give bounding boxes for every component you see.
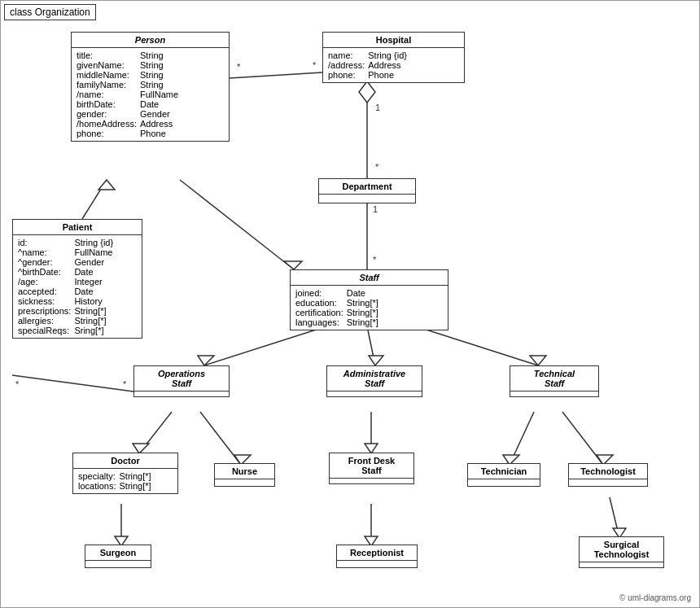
surgical-technologist-class: SurgicalTechnologist (579, 536, 664, 568)
surgeon-body (85, 561, 151, 567)
doctor-header: Doctor (73, 453, 177, 469)
svg-text:*: * (373, 255, 377, 265)
hospital-body: name:String {id} /address:Address phone:… (323, 48, 464, 82)
doctor-class: Doctor specialty:String[*] locations:Str… (72, 453, 178, 494)
front-desk-staff-class: Front DeskStaff (329, 453, 414, 484)
technical-staff-class: TechnicalStaff (510, 365, 599, 397)
svg-text:*: * (313, 60, 317, 70)
technologist-header: Technologist (569, 464, 647, 479)
nurse-body (215, 479, 274, 486)
staff-body: joined:Date education:String[*] certific… (291, 286, 448, 330)
svg-marker-19 (530, 356, 546, 365)
receptionist-header: Receptionist (337, 545, 417, 561)
diagram-title: class Organization (4, 4, 96, 20)
operations-staff-class: OperationsStaff (133, 365, 230, 397)
svg-line-12 (180, 180, 294, 269)
svg-text:*: * (123, 379, 127, 389)
svg-line-20 (139, 412, 172, 453)
svg-line-28 (562, 412, 603, 465)
hospital-class: Hospital name:String {id} /address:Addre… (322, 32, 465, 83)
department-class: Department (318, 178, 416, 203)
surgical-technologist-body (580, 562, 663, 567)
diagram-container: class Organization * * 1 * 1 * (0, 0, 700, 608)
technician-class: Technician (467, 463, 540, 487)
svg-text:*: * (237, 62, 241, 72)
svg-text:1: 1 (375, 103, 380, 112)
svg-marker-4 (359, 81, 375, 103)
nurse-header: Nurse (215, 464, 274, 479)
patient-body: id:String {id} ^name:FullName ^gender:Ge… (13, 235, 142, 338)
svg-line-26 (510, 412, 534, 465)
staff-header: Staff (291, 270, 448, 286)
svg-line-16 (367, 326, 375, 365)
doctor-body: specialty:String[*] locations:String[*] (73, 469, 177, 493)
svg-marker-11 (98, 180, 115, 190)
nurse-class: Nurse (214, 463, 275, 487)
svg-line-0 (230, 72, 322, 78)
svg-line-10 (82, 180, 107, 219)
operations-staff-body (134, 391, 229, 396)
svg-text:*: * (375, 162, 379, 172)
svg-line-34 (610, 497, 619, 538)
technician-header: Technician (468, 464, 540, 479)
svg-marker-17 (369, 356, 383, 365)
svg-marker-13 (284, 261, 302, 269)
copyright: © uml-diagrams.org (619, 593, 691, 602)
surgeon-header: Surgeon (85, 545, 151, 561)
svg-line-18 (416, 326, 538, 365)
receptionist-class: Receptionist (336, 545, 418, 568)
technical-staff-header: TechnicalStaff (510, 366, 598, 391)
department-body (319, 195, 415, 203)
svg-text:*: * (15, 379, 20, 389)
person-header: Person (72, 33, 229, 48)
surgical-technologist-header: SurgicalTechnologist (580, 537, 663, 562)
administrative-staff-body (327, 391, 422, 396)
patient-class: Patient id:String {id} ^name:FullName ^g… (12, 219, 142, 339)
surgeon-class: Surgeon (85, 545, 151, 568)
svg-line-36 (12, 375, 133, 391)
patient-header: Patient (13, 220, 142, 235)
front-desk-staff-header: Front DeskStaff (330, 453, 413, 479)
technical-staff-body (510, 391, 598, 396)
operations-staff-header: OperationsStaff (134, 366, 229, 391)
department-header: Department (319, 179, 415, 195)
receptionist-body (337, 561, 417, 567)
svg-line-14 (204, 326, 326, 365)
person-body: title:String givenName:String middleName… (72, 48, 229, 141)
person-class: Person title:String givenName:String mid… (71, 32, 230, 142)
administrative-staff-class: AdministrativeStaff (326, 365, 422, 397)
technician-body (468, 479, 540, 486)
technologist-class: Technologist (568, 463, 648, 487)
svg-text:1: 1 (373, 204, 378, 214)
technologist-body (569, 479, 647, 486)
staff-class: Staff joined:Date education:String[*] ce… (290, 269, 448, 330)
front-desk-staff-body (330, 479, 413, 483)
hospital-header: Hospital (323, 33, 464, 48)
svg-marker-15 (198, 356, 214, 365)
svg-line-22 (200, 412, 241, 465)
administrative-staff-header: AdministrativeStaff (327, 366, 422, 391)
